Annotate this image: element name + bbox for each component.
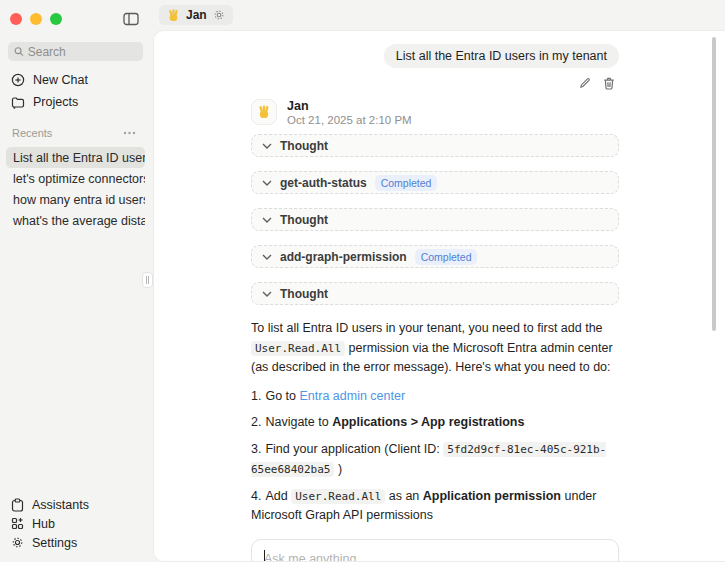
block-label: Thought bbox=[280, 139, 328, 153]
nav-item-label: New Chat bbox=[33, 73, 88, 87]
sidebar: New Chat Projects Recents List all the E… bbox=[0, 0, 151, 562]
tool-call-block[interactable]: add-graph-permission Completed bbox=[251, 245, 619, 268]
thought-block[interactable]: Thought bbox=[251, 282, 619, 305]
recent-chat-item[interactable]: let's optimize connectors ... bbox=[6, 168, 145, 189]
delete-message-icon[interactable] bbox=[603, 77, 615, 90]
hub-grid-icon bbox=[11, 517, 24, 530]
sidebar-item-assistants[interactable]: Assistants bbox=[6, 495, 145, 514]
entra-admin-center-link[interactable]: Entra admin center bbox=[299, 389, 405, 403]
code-span: User.Read.All bbox=[291, 489, 385, 504]
message-actions bbox=[251, 77, 615, 90]
reasoning-blocks: Thought get-auth-status Completed Though… bbox=[251, 134, 619, 305]
nav-item-label: Projects bbox=[33, 95, 78, 109]
chevron-down-icon bbox=[262, 180, 272, 186]
waving-hand-icon bbox=[167, 9, 180, 22]
tab-bar: Jan bbox=[151, 0, 725, 30]
chevron-down-icon bbox=[262, 217, 272, 223]
sidebar-toggle-icon[interactable] bbox=[121, 9, 141, 29]
chevron-down-icon bbox=[262, 143, 272, 149]
recents-list: List all the Entra ID users ... let's op… bbox=[0, 145, 151, 233]
block-label: Thought bbox=[280, 287, 328, 301]
sidebar-item-settings[interactable]: Settings bbox=[6, 533, 145, 552]
nav-item-label: Hub bbox=[32, 517, 55, 531]
waving-hand-icon bbox=[257, 105, 271, 119]
sidebar-footer: Assistants Hub Settings bbox=[0, 495, 151, 562]
sidebar-item-projects[interactable]: Projects bbox=[6, 91, 145, 113]
chat-panel: List all the Entra ID users in my tenant… bbox=[153, 30, 725, 562]
chevron-down-icon bbox=[262, 254, 272, 260]
chat-content: List all the Entra ID users in my tenant… bbox=[251, 44, 619, 562]
code-span: User.Read.All bbox=[251, 341, 345, 356]
response-text: To list all Entra ID users in your tenan… bbox=[251, 321, 603, 335]
app-window: New Chat Projects Recents List all the E… bbox=[0, 0, 725, 562]
instruction-list: 1.Go to Entra admin center 2.Navigate to… bbox=[251, 387, 619, 527]
thought-block[interactable]: Thought bbox=[251, 208, 619, 231]
composer: Jan-v1-4B-Q4_K_M 4 0.3% bbox=[251, 539, 619, 562]
tab-label: Jan bbox=[186, 8, 207, 22]
window-titlebar bbox=[0, 0, 151, 35]
recent-chat-item[interactable]: List all the Entra ID users ... bbox=[6, 147, 145, 168]
sidebar-resize-handle[interactable] bbox=[142, 272, 153, 288]
minimize-window-button[interactable] bbox=[30, 13, 42, 25]
message-timestamp: Oct 21, 2025 at 2:10 PM bbox=[287, 114, 412, 126]
chat-input[interactable] bbox=[264, 552, 606, 562]
tab-jan[interactable]: Jan bbox=[159, 5, 233, 25]
sidebar-item-new-chat[interactable]: New Chat bbox=[6, 69, 145, 91]
text-caret bbox=[264, 550, 265, 562]
chevron-down-icon bbox=[262, 291, 272, 297]
status-badge: Completed bbox=[375, 175, 438, 191]
assistant-header: Jan Oct 21, 2025 at 2:10 PM bbox=[251, 99, 619, 126]
search-box[interactable] bbox=[8, 42, 143, 61]
block-label: add-graph-permission bbox=[280, 250, 407, 264]
search-input[interactable] bbox=[28, 45, 137, 59]
search-icon bbox=[14, 46, 24, 57]
assistant-avatar bbox=[251, 99, 277, 125]
list-item: 2.Navigate to Applications > App registr… bbox=[251, 413, 619, 433]
main-area: Jan List all the Entra ID users in my te… bbox=[151, 0, 725, 562]
recents-header-label: Recents bbox=[12, 127, 52, 139]
list-item: 4.Add User.Read.All as an Application pe… bbox=[251, 487, 619, 527]
sidebar-nav: New Chat Projects bbox=[0, 65, 151, 113]
list-item: 3.Find your application (Client ID: 5fd2… bbox=[251, 440, 619, 480]
list-item: 1.Go to Entra admin center bbox=[251, 387, 619, 407]
user-message-bubble: List all the Entra ID users in my tenant bbox=[384, 44, 619, 68]
thought-block[interactable]: Thought bbox=[251, 134, 619, 157]
gear-icon bbox=[11, 536, 24, 549]
edit-message-icon[interactable] bbox=[579, 77, 591, 89]
chat-scrollbar[interactable] bbox=[712, 37, 716, 331]
recent-chat-item[interactable]: how many entra id users ... bbox=[6, 189, 145, 210]
sidebar-item-hub[interactable]: Hub bbox=[6, 514, 145, 533]
nav-item-label: Assistants bbox=[32, 498, 89, 512]
assistant-response-paragraph: To list all Entra ID users in your tenan… bbox=[251, 319, 619, 378]
recents-more-icon[interactable] bbox=[119, 123, 139, 143]
recent-chat-item[interactable]: what's the average distan... bbox=[6, 210, 145, 231]
tool-call-block[interactable]: get-auth-status Completed bbox=[251, 171, 619, 194]
status-badge: Completed bbox=[415, 249, 478, 265]
clipboard-icon bbox=[11, 498, 24, 512]
block-label: Thought bbox=[280, 213, 328, 227]
traffic-lights bbox=[10, 13, 62, 25]
maximize-window-button[interactable] bbox=[50, 13, 62, 25]
recents-header: Recents bbox=[0, 113, 151, 145]
nav-item-label: Settings bbox=[32, 536, 77, 550]
assistant-name: Jan bbox=[287, 99, 412, 113]
folder-icon bbox=[11, 96, 25, 109]
block-label: get-auth-status bbox=[280, 176, 367, 190]
plus-circle-icon bbox=[11, 73, 25, 87]
close-window-button[interactable] bbox=[10, 13, 22, 25]
tab-settings-gear-icon[interactable] bbox=[213, 9, 225, 21]
